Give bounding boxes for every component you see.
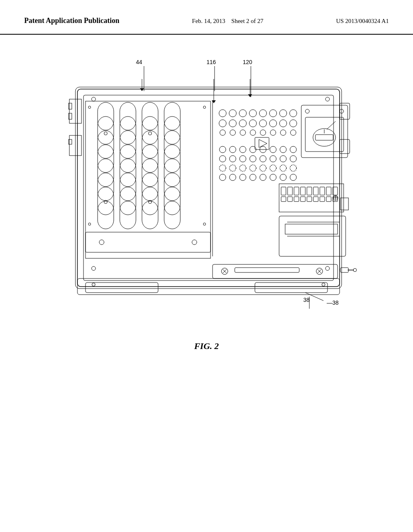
svg-text:—38: —38 [327,299,339,306]
svg-point-78 [290,165,296,171]
svg-rect-14 [83,95,334,281]
figure-area: 44 116 120 38 .thin { stroke: #000; stro… [0,59,413,333]
svg-point-85 [280,174,286,181]
svg-rect-7 [69,103,72,109]
svg-point-63 [219,156,226,162]
svg-marker-143 [140,88,144,91]
ref-44: 44 [136,59,142,65]
publication-title: Patent Application Publication [24,16,119,25]
svg-rect-122 [235,268,299,272]
svg-point-20 [104,132,107,135]
svg-rect-10 [69,139,72,144]
publication-date-sheet: Feb. 14, 2013 Sheet 2 of 27 [192,16,263,26]
svg-rect-121 [213,264,338,278]
svg-rect-100 [307,187,312,195]
svg-point-80 [229,174,236,181]
svg-point-75 [260,165,266,171]
svg-point-64 [229,156,236,162]
svg-rect-11 [340,103,350,119]
patent-figure-svg: .thin { stroke: #000; stroke-width: 1; f… [53,59,360,333]
svg-point-26 [203,106,206,108]
svg-rect-8 [69,113,72,119]
figure-caption: FIG. 2 [0,341,413,351]
svg-point-35 [280,110,287,117]
svg-marker-147 [248,94,252,97]
svg-rect-111 [320,197,325,202]
svg-point-61 [280,146,286,153]
svg-point-30 [229,110,236,117]
svg-rect-101 [313,187,318,195]
svg-point-48 [250,130,256,135]
svg-point-76 [270,165,276,171]
svg-point-62 [290,146,296,153]
svg-point-31 [239,110,246,117]
svg-point-133 [99,240,104,245]
svg-point-83 [260,174,266,181]
svg-point-47 [240,130,246,135]
svg-rect-102 [320,187,325,195]
svg-point-81 [240,174,246,181]
svg-point-39 [239,120,246,127]
svg-point-15 [92,97,96,101]
svg-point-18 [325,266,330,270]
svg-rect-135 [86,283,158,293]
svg-rect-93 [315,135,333,140]
svg-point-57 [240,146,246,153]
svg-point-38 [229,120,236,127]
svg-point-16 [325,97,330,101]
svg-point-88 [305,109,309,113]
svg-point-56 [229,146,236,153]
ref-38: 38 [303,297,310,303]
svg-rect-19 [86,101,211,258]
svg-point-25 [88,223,91,225]
svg-point-34 [269,110,277,117]
patent-number: US 2013/0040324 A1 [336,16,389,26]
svg-point-82 [250,174,256,181]
svg-point-33 [259,110,267,117]
svg-rect-136 [255,283,327,293]
svg-rect-109 [307,197,312,202]
svg-point-73 [240,165,246,171]
svg-rect-98 [294,187,299,195]
svg-point-69 [280,156,286,162]
svg-point-84 [270,174,276,181]
pub-date: Feb. 14, 2013 [192,18,225,24]
svg-rect-99 [300,187,305,195]
ref-120: 120 [243,59,252,65]
svg-point-72 [229,165,236,171]
svg-rect-106 [288,197,292,202]
svg-point-50 [270,130,276,135]
svg-point-37 [219,120,226,127]
svg-point-41 [259,120,267,127]
ref-116: 116 [206,59,216,65]
svg-rect-96 [281,187,286,195]
svg-rect-120 [285,224,338,234]
svg-point-131 [353,268,357,272]
svg-point-71 [219,165,226,171]
svg-point-21 [148,132,152,135]
svg-point-134 [192,240,197,245]
svg-point-36 [290,110,297,117]
svg-rect-107 [294,197,299,202]
svg-point-51 [280,130,286,135]
svg-point-66 [250,156,256,162]
svg-rect-97 [288,187,292,195]
svg-point-40 [249,120,257,127]
svg-point-74 [250,165,256,171]
svg-point-45 [220,130,225,135]
svg-point-70 [290,156,296,162]
svg-point-86 [290,174,296,181]
svg-point-55 [219,146,226,153]
svg-point-29 [219,110,226,117]
svg-point-138 [92,283,95,286]
svg-rect-110 [313,197,318,202]
svg-point-32 [249,110,257,117]
svg-point-77 [280,165,286,171]
svg-rect-108 [300,197,305,202]
svg-point-60 [270,146,276,153]
svg-rect-112 [326,197,331,202]
svg-point-44 [290,120,297,127]
svg-point-17 [92,266,96,270]
svg-point-139 [322,283,325,286]
svg-point-43 [280,120,287,127]
